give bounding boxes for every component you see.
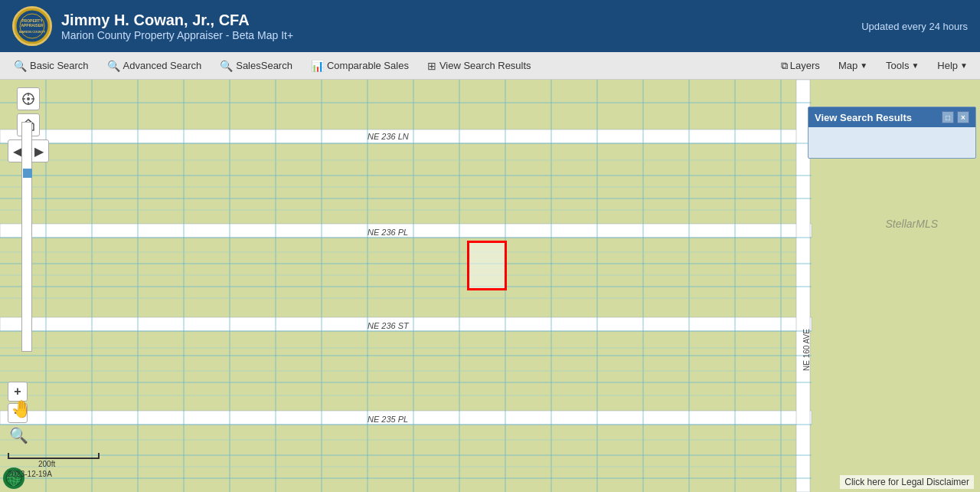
stellar-watermark: StellarMLS xyxy=(886,218,938,230)
logo: PROPERTY APPRAISER MARION COUNTY xyxy=(12,6,52,46)
chart-icon: 📊 xyxy=(311,60,324,72)
search-icon-3: 🔍 xyxy=(220,60,233,72)
street-label-ne160ave: NE 160 AVE xyxy=(802,218,811,371)
nav-advanced-search-label: Advanced Search xyxy=(123,60,202,71)
search-icon: 🔍 xyxy=(14,60,27,72)
nav-sales-search-label: SalesSearch xyxy=(236,60,292,71)
nav-map-label: Map xyxy=(838,60,858,71)
search-results-body xyxy=(808,127,975,158)
nav-tools-label: Tools xyxy=(886,60,909,71)
svg-text:APPRAISER: APPRAISER xyxy=(21,23,44,28)
nav-left: 🔍 Basic Search 🔍 Advanced Search 🔍 Sales… xyxy=(6,57,539,75)
map-dropdown-arrow: ▼ xyxy=(860,61,867,70)
header-subtitle: Marion County Property Appraiser - Beta … xyxy=(61,29,293,41)
date-label: 2023-12-19A xyxy=(8,470,52,478)
nav-tools[interactable]: Tools ▼ xyxy=(880,57,925,74)
legal-disclaimer-button[interactable]: Click here for Legal Disclaimer xyxy=(840,475,974,489)
search-results-header: View Search Results □ × xyxy=(808,107,975,127)
tools-dropdown-arrow: ▼ xyxy=(911,61,919,70)
nav-comparable-sales-label: Comparable Sales xyxy=(327,60,409,71)
nav-basic-search-label: Basic Search xyxy=(30,60,89,71)
scale-bar: 200ft 2023-12-19A xyxy=(8,453,100,478)
grid-icon: ⊞ xyxy=(427,60,436,72)
svg-point-57 xyxy=(27,97,30,100)
nav-basic-search[interactable]: 🔍 Basic Search xyxy=(6,57,96,75)
header-name: Jimmy H. Cowan, Jr., CFA xyxy=(61,11,293,29)
search-results-panel: View Search Results □ × xyxy=(808,107,976,159)
zoom-magnifier[interactable]: 🔍 xyxy=(8,425,30,446)
street-label-ne236st: NE 236 ST xyxy=(368,321,409,330)
nav-layers-label: Layers xyxy=(790,60,820,71)
zoom-handle[interactable] xyxy=(23,169,32,178)
header-left: PROPERTY APPRAISER MARION COUNTY Jimmy H… xyxy=(12,6,293,46)
selected-parcel[interactable] xyxy=(467,241,507,290)
nav-comparable-sales[interactable]: 📊 Comparable Sales xyxy=(303,57,416,75)
street-label-ne236pl: NE 236 PL xyxy=(368,228,408,237)
search-icon-2: 🔍 xyxy=(107,60,120,72)
nav-help-label: Help xyxy=(937,60,958,71)
crosshair-button[interactable] xyxy=(17,87,40,110)
search-results-title: View Search Results xyxy=(815,112,912,123)
nav-view-search-results[interactable]: ⊞ View Search Results xyxy=(420,57,539,75)
nav-layers[interactable]: ⧉ Layers xyxy=(775,57,826,75)
search-results-controls: □ × xyxy=(942,111,969,123)
panel-minimize-button[interactable]: □ xyxy=(942,111,954,123)
scale-ruler xyxy=(8,453,100,459)
scale-line xyxy=(8,453,100,459)
nav-advanced-search[interactable]: 🔍 Advanced Search xyxy=(100,57,210,75)
map-container[interactable]: NE 236 LN NE 236 PL NE 236 ST NE 235 PL … xyxy=(0,80,980,492)
help-dropdown-arrow: ▼ xyxy=(960,61,968,70)
nav-sales-search[interactable]: 🔍 SalesSearch xyxy=(212,57,300,75)
nav-map[interactable]: Map ▼ xyxy=(832,57,874,74)
header: PROPERTY APPRAISER MARION COUNTY Jimmy H… xyxy=(0,0,980,52)
pan-tool-icon[interactable]: 🤚 xyxy=(11,399,31,419)
street-label-ne235pl: NE 235 PL xyxy=(368,415,408,424)
zoom-ruler[interactable] xyxy=(21,122,32,352)
nav-right: ⧉ Layers Map ▼ Tools ▼ Help ▼ xyxy=(775,57,974,75)
nav-view-search-results-label: View Search Results xyxy=(439,60,531,71)
nav-help[interactable]: Help ▼ xyxy=(931,57,974,74)
navbar: 🔍 Basic Search 🔍 Advanced Search 🔍 Sales… xyxy=(0,52,980,80)
layers-icon: ⧉ xyxy=(781,60,788,72)
update-notice: Updated every 24 hours xyxy=(861,21,968,32)
scale-label: 200ft xyxy=(38,460,55,468)
svg-text:MARION COUNTY: MARION COUNTY xyxy=(19,30,46,34)
header-title: Jimmy H. Cowan, Jr., CFA Marion County P… xyxy=(61,11,293,41)
panel-close-button[interactable]: × xyxy=(957,111,969,123)
street-label-ne236ln: NE 236 LN xyxy=(368,132,409,141)
